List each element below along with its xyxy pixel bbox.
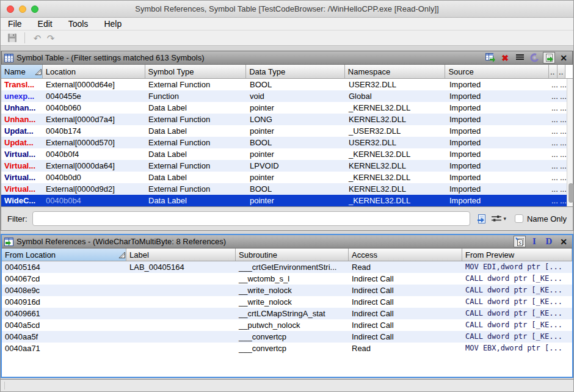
cell-access: Indirect Call [349,308,462,319]
column-header-access[interactable]: Access [349,249,462,261]
filter-input[interactable] [32,211,471,226]
cell-label [126,308,236,319]
symbol-reference-row[interactable]: 0040a5cd __putwch_nolock Indirect Call C… [2,319,572,331]
cell-location: External[0000d9d2] [43,183,145,195]
sort-ascending-icon [118,251,126,259]
symbol-table-row[interactable]: Updat... External[0000d570] External Fun… [1,137,567,148]
menu-file[interactable]: File [8,19,22,29]
cell-source: Imported [446,125,550,137]
symbol-references-actions: S I D ✕ [514,236,570,247]
scrollbar-thumb[interactable] [569,183,573,203]
column-header-source[interactable]: Source [445,65,549,78]
symbol-reference-row[interactable]: 0040aa5f ___convertcp Indirect Call CALL… [2,331,572,343]
cell-overflow-2: ... [559,102,567,114]
cell-source: Imported [446,90,550,102]
symbol-reference-row[interactable]: 0040916d __write_nolock Indirect Call CA… [2,296,572,308]
sort-ascending-icon [34,68,42,76]
menu-edit[interactable]: Edit [38,19,53,29]
filter-label: Filter: [7,214,27,223]
cell-namespace: _KERNEL32.DLL [346,102,446,114]
symbol-reference-row[interactable]: 00408e9c __write_nolock Indirect Call CA… [2,285,572,296]
column-header-data-type[interactable]: Data Type [246,65,345,78]
data-references-button[interactable]: D [543,236,555,247]
symbol-references-icon [4,238,13,246]
symbol-table-row[interactable]: Unhan... 0040b060 Data Label pointer _KE… [1,102,567,114]
column-header-name[interactable]: Name [1,65,43,78]
cell-from-location: 00408e9c [2,285,126,296]
undo-button[interactable]: ↶ [31,32,44,44]
symbol-references-close-button[interactable]: ✕ [558,236,570,247]
cell-location: 0040b0d0 [43,172,145,183]
cell-namespace: USER32.DLL [346,79,446,90]
cell-overflow-2: ... [559,195,567,206]
symbol-reference-row[interactable]: 00405164 LAB_00405164 ___crtGetEnvironme… [2,261,572,273]
delete-button[interactable]: ✖ [499,52,511,64]
symbol-table-panel: Symbol Table - (Filter settings matched … [1,51,573,207]
symbol-table-row[interactable]: Virtual... 0040b0f4 Data Label pointer _… [1,148,567,160]
column-header-label[interactable]: Label [126,249,236,261]
cell-overflow-2: ... [559,114,567,125]
menu-tools[interactable]: Tools [68,19,89,29]
filter-config-button[interactable] [528,52,540,64]
status-bar [1,379,573,391]
name-only-checkbox[interactable] [515,214,523,223]
menu-help[interactable]: Help [104,19,122,29]
symbol-reference-row[interactable]: 0040aa71 ___convertcp Read MOV EBX,dword… [2,343,572,354]
cell-data-type: pointer [247,172,346,183]
column-header-subroutine[interactable]: Subroutine [236,249,349,261]
symbol-table-row[interactable]: Unhan... External[0000d7a4] External Fun… [1,114,567,125]
cell-from-preview: CALL dword ptr [_KE... [462,331,572,343]
redo-button[interactable]: ↷ [44,32,57,44]
cell-data-type: LONG [247,114,346,125]
cell-overflow-1: ... [550,183,559,195]
cell-from-preview: CALL dword ptr [_KE... [462,273,572,285]
name-only-option: Name Only [515,214,567,223]
column-header-location[interactable]: Location [43,65,145,78]
snapshot-toggle-button[interactable] [543,52,555,64]
cell-symbol-type: External Function [145,114,247,125]
instruction-references-button[interactable]: I [528,236,540,247]
symbol-table-close-button[interactable]: ✕ [558,52,570,64]
column-header-overflow-1[interactable]: .. [549,65,558,78]
symbol-references-empty-area [2,354,572,377]
cell-source: Imported [446,102,550,114]
cell-data-type: BOOL [247,79,346,90]
cell-location: 0040b0b4 [43,195,145,206]
cell-namespace: KERNEL32.DLL [346,160,446,172]
cell-location: 0040b060 [43,102,145,114]
symbol-references-column-header: From Location Label Subroutine Access Fr… [2,249,572,261]
cell-overflow-2: ... [559,183,567,195]
cell-label [126,319,236,331]
cell-data-type: BOOL [247,183,346,195]
column-header-from-location[interactable]: From Location [2,249,126,261]
cell-name: Virtual... [1,160,43,172]
symbol-reference-row[interactable]: 004067cd __wctomb_s_l Indirect Call CALL… [2,273,572,285]
make-selection-button[interactable] [484,52,496,64]
follow-selection-button[interactable]: S [514,236,526,247]
symbol-references-header[interactable]: Symbol References - (WideCharToMultiByte… [2,235,572,249]
filter-options-button[interactable]: ▾ [492,214,506,223]
cell-symbol-type: Function [145,90,247,102]
symbol-table-row[interactable]: unexp... 0040455e Function void Global I… [1,90,567,102]
symbol-table-header[interactable]: Symbol Table - (Filter settings matched … [1,51,573,65]
symbol-table-row[interactable]: Updat... 0040b174 Data Label pointer _US… [1,125,567,137]
cell-location: External[0000d64e] [43,79,145,90]
cell-overflow-2: ... [559,148,567,160]
menu-lines-button[interactable] [514,52,526,64]
symbol-table-row[interactable]: Virtual... 0040b0d0 Data Label pointer _… [1,172,567,183]
cell-overflow-1: ... [550,114,559,125]
symbol-reference-row[interactable]: 00409661 __crtLCMapStringA_stat Indirect… [2,308,572,319]
column-header-namespace[interactable]: Namespace [345,65,446,78]
column-filter-button[interactable] [476,214,487,224]
save-button[interactable] [5,32,19,44]
vertical-scrollbar[interactable] [567,79,573,206]
symbol-table-row[interactable]: Transl... External[0000d64e] External Fu… [1,79,567,90]
cell-data-type: pointer [247,125,346,137]
symbol-table-row[interactable]: Virtual... External[0000da64] External F… [1,160,567,172]
symbol-table-row[interactable]: WideC... 0040b0b4 Data Label pointer _KE… [1,195,567,206]
column-header-overflow-2[interactable]: .. [558,65,565,78]
symbol-table-row[interactable]: Virtual... External[0000d9d2] External F… [1,183,567,195]
column-header-symbol-type[interactable]: Symbol Type [145,65,247,78]
column-header-from-preview[interactable]: From Preview [462,249,572,261]
cell-name: Updat... [1,125,43,137]
